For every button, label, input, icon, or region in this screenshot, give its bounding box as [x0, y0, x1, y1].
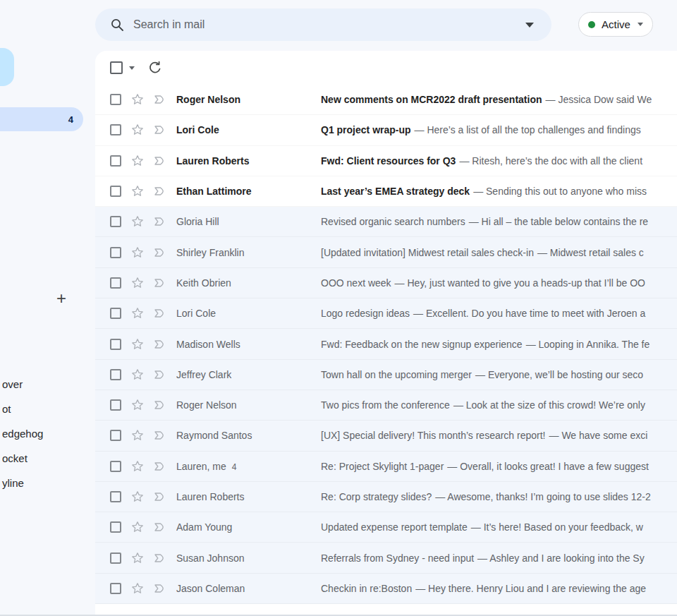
email-row[interactable]: Roger Nelson Two pics from the conferenc…: [95, 390, 677, 421]
row-checkbox[interactable]: [110, 430, 121, 441]
star-icon[interactable]: [130, 459, 145, 473]
refresh-icon[interactable]: [147, 60, 163, 76]
star-icon[interactable]: [130, 337, 145, 351]
sidebar-label-item[interactable]: yline: [0, 471, 95, 495]
star-icon[interactable]: [130, 551, 145, 565]
email-sender: Lauren Roberts: [176, 155, 321, 167]
importance-marker-icon[interactable]: [152, 215, 166, 229]
row-checkbox[interactable]: [110, 552, 121, 564]
email-subject: Fwd: Client resources for Q3: [321, 155, 456, 167]
star-icon[interactable]: [130, 490, 145, 504]
search-bar[interactable]: Search in mail: [95, 8, 551, 41]
email-snippet: — Look at the size of this crowd! We’re …: [453, 399, 645, 411]
row-checkbox[interactable]: [110, 247, 121, 258]
importance-marker-icon[interactable]: [152, 428, 166, 442]
row-checkbox[interactable]: [110, 155, 121, 167]
email-snippet: — Excellent. Do you have time to meet wi…: [413, 308, 645, 319]
email-row[interactable]: Raymond Santos [UX] Special delivery! Th…: [95, 421, 677, 451]
importance-marker-icon[interactable]: [152, 123, 166, 137]
star-icon[interactable]: [130, 398, 145, 412]
add-label-button[interactable]: +: [51, 288, 72, 309]
row-checkbox[interactable]: [110, 124, 121, 135]
star-icon[interactable]: [130, 581, 145, 596]
email-summary: Revised organic search numbers— Hi all –…: [321, 216, 677, 227]
row-checkbox[interactable]: [110, 491, 121, 502]
sidebar-label-item[interactable]: ocket: [0, 446, 95, 471]
email-subject: Revised organic search numbers: [321, 216, 465, 227]
importance-marker-icon[interactable]: [152, 306, 166, 320]
row-checkbox[interactable]: [110, 399, 121, 411]
importance-marker-icon[interactable]: [152, 581, 166, 596]
email-row[interactable]: Susan Johnson Referrals from Sydney - ne…: [95, 543, 677, 573]
row-checkbox[interactable]: [110, 216, 121, 227]
row-checkbox[interactable]: [110, 277, 121, 289]
sidebar-label-item[interactable]: over: [0, 372, 95, 397]
star-icon[interactable]: [130, 520, 145, 534]
email-row[interactable]: Madison Wells Fwd: Feedback on the new s…: [95, 329, 677, 359]
sidebar-item-inbox-selected[interactable]: 4: [0, 107, 83, 131]
star-icon[interactable]: [130, 276, 145, 290]
email-row[interactable]: Lauren Roberts Fwd: Client resources for…: [95, 146, 677, 176]
select-options-chevron-icon[interactable]: [129, 66, 135, 70]
star-icon[interactable]: [130, 306, 145, 320]
sidebar-label-text: ot: [2, 403, 11, 415]
row-checkbox[interactable]: [110, 583, 121, 594]
importance-marker-icon[interactable]: [152, 276, 166, 290]
select-all-checkbox[interactable]: [110, 61, 123, 74]
email-subject: Town hall on the upcoming merger: [321, 369, 472, 380]
row-checkbox[interactable]: [110, 308, 121, 319]
email-row[interactable]: Lauren, me4 Re: Project Skylight 1-pager…: [95, 452, 677, 482]
status-chip[interactable]: Active: [578, 12, 653, 37]
star-icon[interactable]: [130, 184, 145, 198]
importance-marker-icon[interactable]: [152, 246, 166, 260]
email-summary: Re: Corp strategy slides?— Awesome, than…: [321, 491, 677, 502]
importance-marker-icon[interactable]: [152, 398, 166, 412]
search-input[interactable]: Search in mail: [133, 18, 525, 31]
email-summary: Updated expense report template— It’s he…: [321, 521, 677, 533]
email-row[interactable]: Jeffrey Clark Town hall on the upcoming …: [95, 360, 677, 390]
importance-marker-icon[interactable]: [152, 368, 166, 382]
sidebar-label-item[interactable]: ot: [0, 397, 95, 421]
email-row[interactable]: Roger Nelson New comments on MCR2022 dra…: [95, 85, 677, 115]
email-row[interactable]: Gloria Hill Revised organic search numbe…: [95, 207, 677, 237]
importance-marker-icon[interactable]: [152, 184, 166, 198]
importance-marker-icon[interactable]: [152, 490, 166, 504]
star-icon[interactable]: [130, 428, 145, 442]
row-checkbox[interactable]: [110, 339, 121, 350]
email-row[interactable]: Ethan Lattimore Last year’s EMEA strateg…: [95, 176, 677, 207]
compose-button[interactable]: [0, 48, 14, 86]
email-row[interactable]: Lauren Roberts Re: Corp strategy slides?…: [95, 482, 677, 512]
row-checkbox[interactable]: [110, 521, 121, 533]
importance-marker-icon[interactable]: [152, 520, 166, 534]
email-row[interactable]: Adam Young Updated expense report templa…: [95, 512, 677, 543]
importance-marker-icon[interactable]: [152, 92, 166, 107]
email-row[interactable]: Lori Cole Logo redesign ideas— Excellent…: [95, 298, 677, 329]
search-options-chevron-icon[interactable]: [525, 23, 534, 28]
row-checkbox[interactable]: [110, 369, 121, 380]
email-sender: Roger Nelson: [176, 94, 321, 105]
email-sender: Ethan Lattimore: [176, 186, 321, 197]
email-row[interactable]: Keith Obrien OOO next week— Hey, just wa…: [95, 268, 677, 298]
star-icon[interactable]: [130, 215, 145, 229]
email-snippet: — Everyone, we’ll be hosting our seco: [475, 369, 643, 380]
row-checkbox[interactable]: [110, 461, 121, 472]
email-row[interactable]: Shirley Franklin [Updated invitation] Mi…: [95, 237, 677, 267]
star-icon[interactable]: [130, 154, 145, 168]
star-icon[interactable]: [130, 368, 145, 382]
email-sender: Lauren, me4: [176, 461, 321, 472]
star-icon[interactable]: [130, 92, 145, 107]
email-snippet: — Hi all – the table below contains the …: [469, 216, 648, 227]
email-row[interactable]: Jason Coleman Checkin in re:Boston— Hey …: [95, 574, 677, 604]
importance-marker-icon[interactable]: [152, 154, 166, 168]
row-checkbox[interactable]: [110, 186, 121, 197]
sidebar-label-item[interactable]: edgehog: [0, 421, 95, 446]
email-row[interactable]: Lori Cole Q1 project wrap-up— Here’s a l…: [95, 115, 677, 145]
email-snippet: — Hey, just wanted to give you a heads-u…: [395, 277, 645, 289]
star-icon[interactable]: [130, 123, 145, 137]
importance-marker-icon[interactable]: [152, 459, 166, 473]
row-checkbox[interactable]: [110, 94, 121, 105]
importance-marker-icon[interactable]: [152, 551, 166, 565]
star-icon[interactable]: [130, 246, 145, 260]
importance-marker-icon[interactable]: [152, 337, 166, 351]
email-summary: Logo redesign ideas— Excellent. Do you h…: [321, 308, 677, 319]
